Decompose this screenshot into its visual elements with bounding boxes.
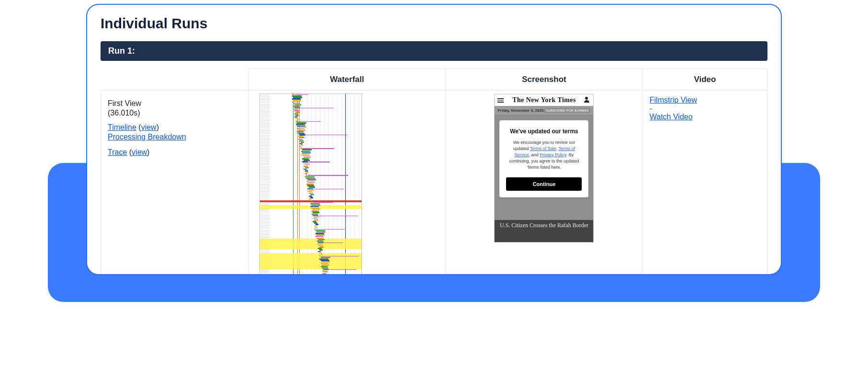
phone-header: The New York Times <box>495 94 593 106</box>
subscribe-badge: SUBSCRIBE FOR $1/WEEK <box>544 108 591 113</box>
terms-modal: We've updated our terms We encourage you… <box>499 120 588 197</box>
first-view-time: (36.010s) <box>108 109 242 117</box>
trace-view-link[interactable]: view <box>132 148 147 156</box>
phone-subbar: Friday, November 3, 2023 SUBSCRIBE FOR $… <box>495 106 593 116</box>
filmstrip-view-link[interactable]: Filmstrip View <box>650 96 697 104</box>
timeline-view-link[interactable]: view <box>141 123 157 131</box>
modal-body: We encourage you to review our updated T… <box>506 139 582 171</box>
timeline-link[interactable]: Timeline <box>108 123 136 131</box>
user-icon <box>584 97 589 103</box>
page: Individual Runs Run 1: Waterfall Screens… <box>0 0 868 382</box>
masthead-text: The New York Times <box>512 96 576 104</box>
trace-link[interactable]: Trace <box>108 148 127 156</box>
waterfall-thumbnail[interactable]: ────────────────────────────────────────… <box>259 93 362 275</box>
first-view-label: First View <box>108 99 242 108</box>
run-header-bar: Run 1: <box>101 41 767 61</box>
watch-video-link[interactable]: Watch Video <box>650 113 693 121</box>
table-row: First View (36.010s) Timeline (view) Pro… <box>101 91 767 276</box>
column-header-screenshot: Screenshot <box>446 69 643 91</box>
article-headline: U.S. Citizen Crosses the Rafah Border <box>495 220 593 242</box>
terms-of-sale-link: Terms of Sale <box>530 146 556 151</box>
column-header-blank <box>101 69 249 91</box>
phone-date: Friday, November 3, 2023 <box>497 108 543 113</box>
continue-button: Continue <box>506 177 582 191</box>
individual-runs-card: Individual Runs Run 1: Waterfall Screens… <box>86 4 782 275</box>
modal-title: We've updated our terms <box>506 128 582 135</box>
processing-breakdown-link[interactable]: Processing Breakdown <box>108 133 186 141</box>
runs-table: Waterfall Screenshot Video First View (3… <box>101 69 767 275</box>
video-separator: - <box>650 105 760 112</box>
highlight-band-2 <box>260 239 361 249</box>
section-title: Individual Runs <box>101 15 767 32</box>
column-header-waterfall: Waterfall <box>248 69 446 91</box>
privacy-policy-link: Privacy Policy <box>540 152 566 157</box>
column-header-video: Video <box>643 69 767 91</box>
screenshot-thumbnail[interactable]: The New York Times Friday, November 3, 2… <box>495 94 593 242</box>
hamburger-icon <box>497 97 504 104</box>
